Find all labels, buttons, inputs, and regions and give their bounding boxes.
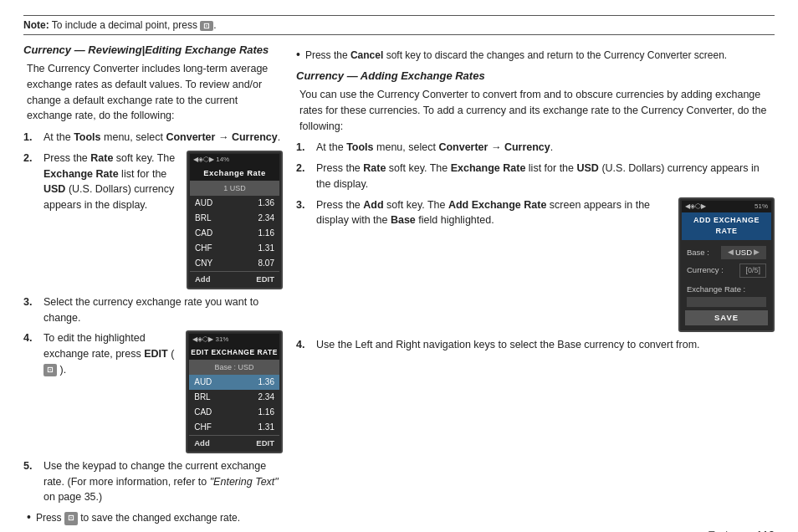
left-steps: 1. At the Tools menu, select Converter →… <box>23 130 283 505</box>
add-exchange-rate-screen: ◀◈⬡▶51% ADD EXCHANGE RATE Base : ◀ USD ▶ <box>678 197 775 332</box>
step-4-num: 4. <box>23 330 40 346</box>
screen-row-cad: CAD1.16 <box>190 226 279 241</box>
left-section-title: Currency — Reviewing|Editing Exchange Ra… <box>23 43 283 56</box>
currency-val: [0/5] <box>739 263 766 279</box>
step-5-num: 5. <box>23 458 40 474</box>
step-1-num: 1. <box>23 130 40 146</box>
step-1-content: At the Tools menu, select Converter → Cu… <box>43 130 283 146</box>
right-step-1: 1. At the Tools menu, select Converter →… <box>296 140 775 156</box>
currency-row: Currency : [0/5] <box>682 262 771 280</box>
right-top-bullet: Press the Cancel soft key to discard the… <box>296 48 775 63</box>
right-intro: You can use the Currency Converter to co… <box>296 87 775 134</box>
bullet-text: Press ⊡ to save the changed exchange rat… <box>36 510 240 525</box>
screen-row-cny: CNY8.07 <box>190 256 279 271</box>
save-key-icon: ⊡ <box>64 512 78 525</box>
exchange-rate-screen-1: ◀◈⬡▶ 14% Exchange Rate 1 USD AUD1.36 BRL… <box>187 151 283 289</box>
screen-status-1: ◀◈⬡▶ 14% <box>190 154 279 166</box>
note-label: Note: <box>23 19 49 31</box>
exchange-rate-screen-2: ◀◈⬡▶ 31% EDIT EXCHANGE RATE Base : USD A… <box>186 330 283 453</box>
page-number: 112 <box>756 529 775 532</box>
right-step-2-num: 2. <box>296 161 313 176</box>
step-4-content: To edit the highlighted exchange rate, p… <box>43 330 283 453</box>
decimal-key-icon: ⊡ <box>200 21 213 31</box>
screen-row-aud: AUD1.36 <box>190 196 279 211</box>
step-3-num: 3. <box>23 294 40 310</box>
step-2-num: 2. <box>23 151 40 166</box>
step-2: 2. Press the Rate soft key. The Exchange… <box>23 151 283 289</box>
screen-row-brl2: BRL2.34 <box>189 390 279 405</box>
step-5-content: Use the keypad to change the current exc… <box>43 458 283 505</box>
exch-rate-label: Exchange Rate : <box>682 282 771 296</box>
screen-footer-2: AddEDIT <box>189 435 279 450</box>
right-step-3-num: 3. <box>296 197 313 213</box>
right-step-4-num: 4. <box>296 337 313 353</box>
base-label: Base : <box>687 247 709 258</box>
screen-title-2: Base : USD <box>189 361 279 375</box>
screen-footer-1: AddEDIT <box>190 271 279 286</box>
right-steps: 1. At the Tools menu, select Converter →… <box>296 140 775 352</box>
edit-key-icon: ⊡ <box>43 364 57 377</box>
add-screen-header: ADD EXCHANGE RATE <box>682 212 771 240</box>
page-footer: Tools 112 <box>23 525 775 532</box>
step-5: 5. Use the keypad to change the current … <box>23 458 283 505</box>
screen-row-aud2: AUD1.36 <box>189 375 279 390</box>
save-button[interactable]: SAVE <box>685 310 768 325</box>
screen-row-brl: BRL2.34 <box>190 211 279 226</box>
base-field-row: Base : ◀ USD ▶ <box>682 243 771 262</box>
right-bullet-text: Press the Cancel soft key to discard the… <box>305 48 727 63</box>
left-column: Currency — Reviewing|Editing Exchange Ra… <box>23 43 283 525</box>
step-2-content: Press the Rate soft key. The Exchange Ra… <box>43 151 283 289</box>
currency-label: Currency : <box>687 264 724 276</box>
screen-row-chf: CHF1.31 <box>190 241 279 256</box>
right-step-4-content: Use the Left and Right navigation keys t… <box>316 337 775 353</box>
right-step-1-content: At the Tools menu, select Converter → Cu… <box>316 140 775 156</box>
right-column: Press the Cancel soft key to discard the… <box>296 43 775 525</box>
right-step-2: 2. Press the Rate soft key. The Exchange… <box>296 161 775 192</box>
note-text: To include a decimal point, press <box>52 19 197 31</box>
step-1: 1. At the Tools menu, select Converter →… <box>23 130 283 146</box>
screen-row-chf2: CHF1.31 <box>189 420 279 435</box>
right-section-title: Currency — Adding Exchange Rates <box>296 69 775 82</box>
left-bullet: Press ⊡ to save the changed exchange rat… <box>27 510 283 525</box>
screen-header-1: Exchange Rate <box>190 166 279 182</box>
exch-rate-bar <box>687 297 766 307</box>
screen-status-2: ◀◈⬡▶ 31% <box>189 334 279 345</box>
right-step-3-content: Press the Add soft key. The Add Exchange… <box>316 197 775 332</box>
right-step-1-num: 1. <box>296 140 313 156</box>
screen-title-1: 1 USD <box>190 182 279 196</box>
step-3: 3. Select the currency exchange rate you… <box>23 294 283 326</box>
footer-label: Tools <box>708 529 733 533</box>
screen-header-2: EDIT EXCHANGE RATE <box>189 345 279 361</box>
page: Note: To include a decimal point, press … <box>0 0 798 532</box>
right-step-4: 4. Use the Left and Right navigation key… <box>296 337 775 353</box>
right-step-2-content: Press the Rate soft key. The Exchange Ra… <box>316 161 775 192</box>
base-val: ◀ USD ▶ <box>721 246 766 259</box>
left-intro: The Currency Converter includes long-ter… <box>23 61 283 124</box>
step-3-content: Select the currency exchange rate you wa… <box>43 294 283 326</box>
step-4: 4. To edit the highlighted exchange rate… <box>23 330 283 453</box>
screen-row-cad2: CAD1.16 <box>189 405 279 420</box>
top-note: Note: To include a decimal point, press … <box>23 15 775 35</box>
right-step-3: 3. Press the Add soft key. The Add Excha… <box>296 197 775 332</box>
add-screen-status: ◀◈⬡▶51% <box>682 201 771 212</box>
